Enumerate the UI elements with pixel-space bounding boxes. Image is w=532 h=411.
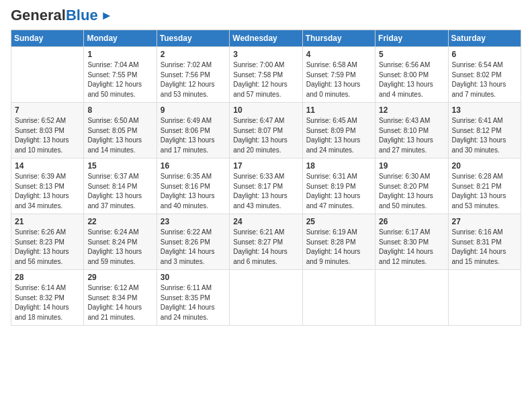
day-info: Sunrise: 6:47 AM Sunset: 8:07 PM Dayligh… (233, 116, 298, 155)
day-number: 20 (452, 161, 517, 171)
day-info: Sunrise: 6:19 AM Sunset: 8:28 PM Dayligh… (306, 228, 371, 267)
calendar-cell: 17Sunrise: 6:33 AM Sunset: 8:17 PM Dayli… (230, 158, 302, 214)
calendar-cell: 23Sunrise: 6:22 AM Sunset: 8:26 PM Dayli… (157, 214, 229, 270)
day-number: 7 (15, 105, 80, 115)
day-info: Sunrise: 6:28 AM Sunset: 8:21 PM Dayligh… (452, 172, 517, 211)
calendar-cell: 26Sunrise: 6:17 AM Sunset: 8:30 PM Dayli… (375, 214, 448, 270)
day-number: 21 (15, 217, 80, 226)
day-number: 9 (161, 105, 226, 115)
day-number: 12 (379, 105, 444, 115)
calendar-cell (230, 270, 302, 326)
calendar-cell: 12Sunrise: 6:43 AM Sunset: 8:10 PM Dayli… (375, 103, 448, 158)
logo-bird-icon: ► (101, 9, 113, 23)
calendar-week-5: 28Sunrise: 6:14 AM Sunset: 8:32 PM Dayli… (11, 270, 521, 326)
day-header-saturday: Saturday (448, 30, 521, 47)
day-info: Sunrise: 6:21 AM Sunset: 8:27 PM Dayligh… (233, 228, 298, 267)
day-number: 5 (379, 50, 444, 59)
day-info: Sunrise: 6:50 AM Sunset: 8:05 PM Dayligh… (87, 116, 152, 155)
day-info: Sunrise: 6:45 AM Sunset: 8:09 PM Dayligh… (306, 116, 371, 155)
calendar-cell: 30Sunrise: 6:11 AM Sunset: 8:35 PM Dayli… (157, 270, 229, 326)
calendar-cell: 6Sunrise: 6:54 AM Sunset: 8:02 PM Daylig… (448, 47, 521, 103)
day-number: 2 (161, 50, 226, 59)
calendar-cell: 8Sunrise: 6:50 AM Sunset: 8:05 PM Daylig… (84, 103, 157, 158)
day-info: Sunrise: 6:43 AM Sunset: 8:10 PM Dayligh… (379, 116, 444, 155)
day-info: Sunrise: 6:54 AM Sunset: 8:02 PM Dayligh… (452, 60, 517, 99)
day-number: 18 (306, 161, 371, 171)
day-info: Sunrise: 7:02 AM Sunset: 7:56 PM Dayligh… (161, 60, 226, 99)
day-number: 10 (233, 105, 298, 115)
day-number: 30 (161, 273, 226, 282)
day-number: 16 (161, 161, 226, 171)
day-number: 19 (379, 161, 444, 171)
day-info: Sunrise: 6:58 AM Sunset: 7:59 PM Dayligh… (306, 60, 371, 99)
day-number: 6 (452, 50, 517, 59)
day-info: Sunrise: 7:04 AM Sunset: 7:55 PM Dayligh… (87, 60, 152, 99)
day-info: Sunrise: 6:17 AM Sunset: 8:30 PM Dayligh… (379, 228, 444, 267)
calendar-cell: 7Sunrise: 6:52 AM Sunset: 8:03 PM Daylig… (11, 103, 84, 158)
day-info: Sunrise: 6:16 AM Sunset: 8:31 PM Dayligh… (452, 228, 517, 267)
day-info: Sunrise: 6:52 AM Sunset: 8:03 PM Dayligh… (15, 116, 80, 155)
day-number: 17 (233, 161, 298, 171)
day-header-sunday: Sunday (11, 30, 84, 47)
calendar-cell: 3Sunrise: 7:00 AM Sunset: 7:58 PM Daylig… (230, 47, 302, 103)
calendar-cell: 28Sunrise: 6:14 AM Sunset: 8:32 PM Dayli… (11, 270, 84, 326)
day-number: 27 (452, 217, 517, 226)
day-number: 8 (87, 105, 152, 115)
day-info: Sunrise: 6:56 AM Sunset: 8:00 PM Dayligh… (379, 60, 444, 99)
calendar-cell: 13Sunrise: 6:41 AM Sunset: 8:12 PM Dayli… (448, 103, 521, 158)
calendar-cell: 10Sunrise: 6:47 AM Sunset: 8:07 PM Dayli… (230, 103, 302, 158)
day-info: Sunrise: 6:37 AM Sunset: 8:14 PM Dayligh… (87, 172, 152, 211)
calendar-week-1: 1Sunrise: 7:04 AM Sunset: 7:55 PM Daylig… (11, 47, 521, 103)
day-header-monday: Monday (84, 30, 157, 47)
day-number: 24 (233, 217, 298, 226)
page-container: GeneralBlue ► SundayMondayTuesdayWednesd… (0, 0, 532, 332)
day-info: Sunrise: 6:30 AM Sunset: 8:20 PM Dayligh… (379, 172, 444, 211)
day-header-friday: Friday (375, 30, 448, 47)
calendar-cell (375, 270, 448, 326)
day-info: Sunrise: 6:35 AM Sunset: 8:16 PM Dayligh… (161, 172, 226, 211)
day-number: 22 (87, 217, 152, 226)
calendar-cell: 21Sunrise: 6:26 AM Sunset: 8:23 PM Dayli… (11, 214, 84, 270)
day-number: 28 (15, 273, 80, 282)
calendar-cell: 5Sunrise: 6:56 AM Sunset: 8:00 PM Daylig… (375, 47, 448, 103)
calendar-cell: 18Sunrise: 6:31 AM Sunset: 8:19 PM Dayli… (302, 158, 375, 214)
calendar-cell: 4Sunrise: 6:58 AM Sunset: 7:59 PM Daylig… (302, 47, 375, 103)
calendar-week-3: 14Sunrise: 6:39 AM Sunset: 8:13 PM Dayli… (11, 158, 521, 214)
day-info: Sunrise: 6:41 AM Sunset: 8:12 PM Dayligh… (452, 116, 517, 155)
calendar-header: SundayMondayTuesdayWednesdayThursdayFrid… (11, 30, 521, 47)
calendar-cell: 20Sunrise: 6:28 AM Sunset: 8:21 PM Dayli… (448, 158, 521, 214)
day-number: 14 (15, 161, 80, 171)
calendar-cell (448, 270, 521, 326)
calendar-cell: 29Sunrise: 6:12 AM Sunset: 8:34 PM Dayli… (84, 270, 157, 326)
calendar-cell: 14Sunrise: 6:39 AM Sunset: 8:13 PM Dayli… (11, 158, 84, 214)
calendar-cell (302, 270, 375, 326)
day-info: Sunrise: 6:31 AM Sunset: 8:19 PM Dayligh… (306, 172, 371, 211)
calendar-table: SundayMondayTuesdayWednesdayThursdayFrid… (11, 30, 521, 326)
calendar-week-4: 21Sunrise: 6:26 AM Sunset: 8:23 PM Dayli… (11, 214, 521, 270)
calendar-cell: 16Sunrise: 6:35 AM Sunset: 8:16 PM Dayli… (157, 158, 229, 214)
day-info: Sunrise: 6:24 AM Sunset: 8:24 PM Dayligh… (87, 228, 152, 267)
logo-text: GeneralBlue (11, 8, 98, 23)
day-info: Sunrise: 6:49 AM Sunset: 8:06 PM Dayligh… (161, 116, 226, 155)
day-info: Sunrise: 7:00 AM Sunset: 7:58 PM Dayligh… (233, 60, 298, 99)
day-header-wednesday: Wednesday (230, 30, 302, 47)
calendar-body: 1Sunrise: 7:04 AM Sunset: 7:55 PM Daylig… (11, 47, 521, 326)
day-number: 11 (306, 105, 371, 115)
calendar-cell (11, 47, 84, 103)
day-number: 29 (87, 273, 152, 282)
calendar-cell: 15Sunrise: 6:37 AM Sunset: 8:14 PM Dayli… (84, 158, 157, 214)
day-number: 4 (306, 50, 371, 59)
day-number: 1 (87, 50, 152, 59)
day-number: 15 (87, 161, 152, 171)
calendar-cell: 2Sunrise: 7:02 AM Sunset: 7:56 PM Daylig… (157, 47, 229, 103)
logo: GeneralBlue ► (11, 8, 112, 23)
day-info: Sunrise: 6:22 AM Sunset: 8:26 PM Dayligh… (161, 228, 226, 267)
page-header: GeneralBlue ► (11, 8, 521, 23)
calendar-week-2: 7Sunrise: 6:52 AM Sunset: 8:03 PM Daylig… (11, 103, 521, 158)
day-info: Sunrise: 6:26 AM Sunset: 8:23 PM Dayligh… (15, 228, 80, 267)
calendar-cell: 24Sunrise: 6:21 AM Sunset: 8:27 PM Dayli… (230, 214, 302, 270)
calendar-cell: 9Sunrise: 6:49 AM Sunset: 8:06 PM Daylig… (157, 103, 229, 158)
day-info: Sunrise: 6:39 AM Sunset: 8:13 PM Dayligh… (15, 172, 80, 211)
calendar-cell: 11Sunrise: 6:45 AM Sunset: 8:09 PM Dayli… (302, 103, 375, 158)
calendar-cell: 1Sunrise: 7:04 AM Sunset: 7:55 PM Daylig… (84, 47, 157, 103)
